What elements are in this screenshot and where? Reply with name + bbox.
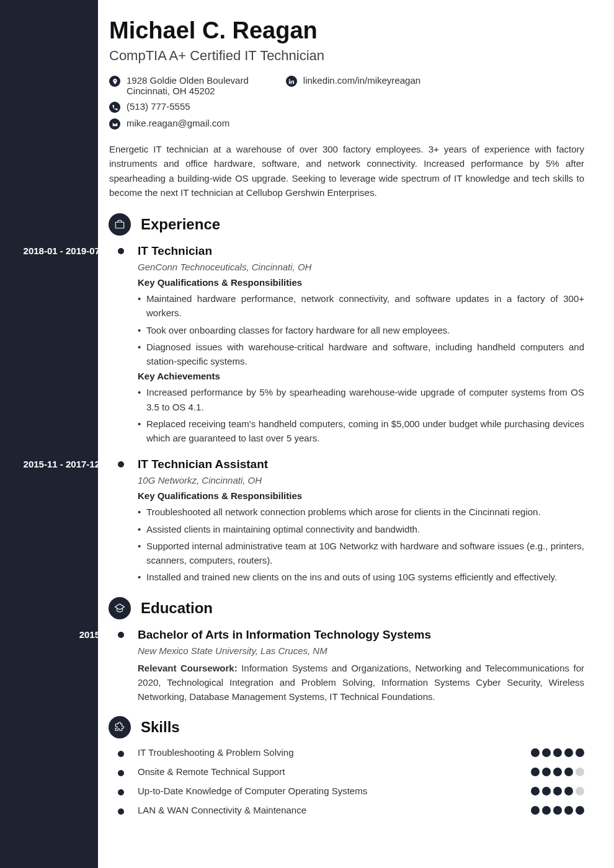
education-header: Education — [109, 597, 584, 619]
list-item: Assisted clients in maintaining optimal … — [138, 522, 584, 536]
skill-name: IT Troubleshooting & Problem Solving — [138, 747, 294, 758]
rating-dot — [542, 748, 551, 757]
main-content: Michael C. Reagan CompTIA A+ Certified I… — [98, 0, 614, 868]
experience-section: Experience 2018-01 - 2019-07IT Technicia… — [109, 213, 584, 585]
school-name: New Mexico State University, Las Cruces,… — [138, 645, 584, 656]
rating-dot — [564, 806, 573, 815]
skills-header: Skills — [109, 716, 584, 738]
contact-column-right: linkedin.com/in/mikeyreagan — [286, 75, 420, 130]
list-item: Increased performance by 5% by spearhead… — [138, 385, 584, 414]
sidebar — [0, 0, 98, 868]
rating-dot — [531, 806, 540, 815]
skills-section: Skills IT Troubleshooting & Problem Solv… — [109, 716, 584, 815]
rating-dot — [542, 806, 551, 815]
rating-dot — [576, 806, 584, 815]
rating-dot — [542, 768, 551, 776]
skill-name: Up-to-Date Knowledge of Computer Operati… — [138, 786, 367, 796]
linkedin-text: linkedin.com/in/mikeyreagan — [303, 75, 420, 86]
list-item: Took over onboarding classes for factory… — [138, 323, 584, 337]
skill-row: Up-to-Date Knowledge of Computer Operati… — [138, 786, 584, 796]
experience-header: Experience — [109, 213, 584, 236]
education-section: Education 2015Bachelor of Arts in Inform… — [109, 597, 584, 704]
skill-row: LAN & WAN Connectivity & Maintenance — [138, 805, 584, 815]
coursework: Relevant Coursework: Information Systems… — [138, 661, 584, 704]
entry-dates: 2015-11 - 2017-12 — [24, 459, 100, 469]
contact-email: mike.reagan@gmail.com — [109, 118, 249, 130]
list-item: Troubleshooted all network connection pr… — [138, 505, 584, 519]
rating-dot — [542, 787, 551, 795]
list-item: Supported internal administrative team a… — [138, 539, 584, 568]
location-icon — [109, 76, 120, 87]
skill-name: Onsite & Remote Technical Support — [138, 766, 285, 777]
job-title: IT Technician — [138, 244, 584, 258]
degree-title: Bachelor of Arts in Information Technolo… — [138, 628, 584, 642]
skill-entry: Onsite & Remote Technical Support — [109, 766, 584, 777]
rating-dot — [553, 748, 562, 757]
skills-title: Skills — [141, 719, 180, 736]
skill-entry: LAN & WAN Connectivity & Maintenance — [109, 805, 584, 815]
achievements-list: Increased performance by 5% by spearhead… — [138, 385, 584, 445]
responsibilities-list: Maintained hardware performance, network… — [138, 291, 584, 368]
contact-phone: (513) 777-5555 — [109, 101, 249, 113]
rating-dots — [531, 748, 584, 757]
list-item: Maintained hardware performance, network… — [138, 291, 584, 321]
rating-dot — [553, 806, 562, 815]
rating-dot — [553, 768, 562, 776]
rating-dot — [564, 748, 573, 757]
rating-dot — [553, 787, 562, 795]
company-name: GenConn Technoceuticals, Cincinnati, OH — [138, 262, 584, 272]
company-name: 10G Networkz, Cincinnati, OH — [138, 475, 584, 485]
briefcase-icon — [109, 213, 131, 236]
list-item: Installed and trained new clients on the… — [138, 570, 584, 584]
skill-entry: IT Troubleshooting & Problem Solving — [109, 747, 584, 758]
puzzle-icon — [109, 716, 131, 738]
contact-column-left: 1928 Goldie Olden Boulevard Cincinnati, … — [109, 75, 249, 130]
job-title: CompTIA A+ Certified IT Technician — [109, 48, 584, 64]
professional-summary: Energetic IT technician at a warehouse o… — [109, 142, 584, 200]
rating-dot — [576, 748, 584, 757]
svg-rect-0 — [115, 222, 124, 228]
rating-dots — [531, 787, 584, 795]
rating-dots — [531, 806, 584, 815]
email-icon — [109, 118, 120, 130]
linkedin-icon — [286, 76, 297, 87]
phone-icon — [109, 102, 120, 113]
responsibilities-header: Key Qualifications & Responsibilities — [138, 490, 584, 501]
phone-text: (513) 777-5555 — [127, 101, 190, 112]
skill-row: IT Troubleshooting & Problem Solving — [138, 747, 584, 758]
address-line1: 1928 Goldie Olden Boulevard — [127, 75, 249, 86]
education-entry: 2015Bachelor of Arts in Information Tech… — [109, 628, 584, 704]
rating-dot — [564, 787, 573, 795]
experience-title: Experience — [141, 216, 220, 233]
achievements-header: Key Achievements — [138, 371, 584, 381]
skill-entry: Up-to-Date Knowledge of Computer Operati… — [109, 786, 584, 796]
rating-dot — [531, 768, 540, 776]
skill-row: Onsite & Remote Technical Support — [138, 766, 584, 777]
rating-dot — [564, 768, 573, 776]
entry-dates: 2015 — [79, 629, 100, 640]
responsibilities-header: Key Qualifications & Responsibilities — [138, 277, 584, 288]
resume-page: Michael C. Reagan CompTIA A+ Certified I… — [0, 0, 614, 868]
job-title: IT Technician Assistant — [138, 458, 584, 471]
full-name: Michael C. Reagan — [109, 17, 584, 44]
email-text: mike.reagan@gmail.com — [127, 118, 229, 128]
contacts-block: 1928 Goldie Olden Boulevard Cincinnati, … — [109, 75, 584, 130]
experience-entry: 2015-11 - 2017-12IT Technician Assistant… — [109, 458, 584, 584]
rating-dot — [531, 748, 540, 757]
address-line2: Cincinnati, OH 45202 — [127, 86, 249, 96]
responsibilities-list: Troubleshooted all network connection pr… — [138, 505, 584, 584]
list-item: Replaced receiving team's handheld compu… — [138, 417, 584, 446]
graduation-icon — [109, 597, 131, 619]
list-item: Diagnosed issues with warehouse-critical… — [138, 340, 584, 369]
skill-name: LAN & WAN Connectivity & Maintenance — [138, 805, 306, 815]
experience-entry: 2018-01 - 2019-07IT TechnicianGenConn Te… — [109, 244, 584, 445]
entry-dates: 2018-01 - 2019-07 — [24, 246, 100, 256]
rating-dots — [531, 768, 584, 776]
rating-dot — [576, 787, 584, 795]
contact-address: 1928 Goldie Olden Boulevard Cincinnati, … — [109, 75, 249, 96]
rating-dot — [531, 787, 540, 795]
contact-linkedin: linkedin.com/in/mikeyreagan — [286, 75, 420, 87]
rating-dot — [576, 768, 584, 776]
education-title: Education — [141, 600, 213, 617]
